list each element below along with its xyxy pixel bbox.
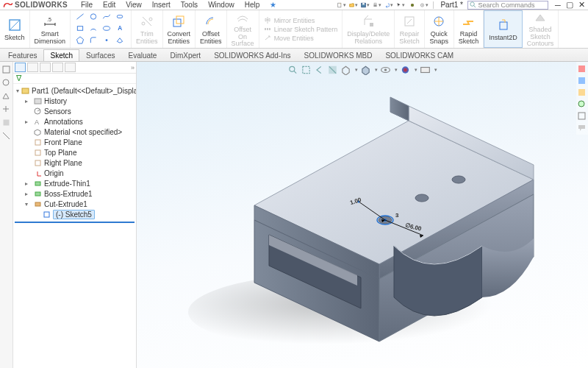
fillet-tool-icon[interactable] <box>88 36 98 45</box>
tab-features[interactable]: Features <box>1 49 43 61</box>
left-tool-1[interactable] <box>1 65 11 74</box>
menu-search-icon[interactable]: ★ <box>265 1 281 9</box>
tree-material[interactable]: Material <not specified> <box>15 127 135 137</box>
apply-scene-icon[interactable] <box>420 65 431 75</box>
taskpane-design-icon[interactable] <box>577 76 587 85</box>
menu-help[interactable]: Help <box>240 1 265 9</box>
panel-tab-feature-tree-icon[interactable] <box>15 63 26 72</box>
ribbon-quick-snaps[interactable]: Quick Snaps <box>425 10 454 48</box>
dim-2[interactable]: 3 <box>395 212 398 219</box>
circle-tool-icon[interactable] <box>88 13 98 21</box>
left-tool-6[interactable] <box>1 131 11 141</box>
window-restore-button[interactable]: ▢ <box>564 1 575 9</box>
left-tool-5[interactable] <box>1 118 11 127</box>
search-commands-input[interactable]: Search Commands <box>467 1 548 10</box>
taskpane-appearances-icon[interactable] <box>577 99 587 109</box>
menu-window[interactable]: Window <box>204 1 239 9</box>
print-button[interactable]: ▾ <box>372 1 382 10</box>
taskpane-properties-icon[interactable] <box>577 88 587 97</box>
rect-tool-icon[interactable] <box>75 24 85 33</box>
ribbon-sketch[interactable]: Sketch <box>0 10 30 48</box>
tree-annotations[interactable]: ▸AAnnotations <box>15 116 135 127</box>
menu-insert[interactable]: Insert <box>148 1 175 9</box>
point-tool-icon[interactable] <box>101 36 112 45</box>
ribbon-smart-dimension[interactable]: .5 Smart Dimension <box>30 10 71 48</box>
ribbon-convert-entities[interactable]: Convert Entities <box>163 10 196 48</box>
slot-tool-icon[interactable] <box>115 13 125 21</box>
open-button[interactable]: ▾ <box>348 1 359 10</box>
arc-tool-icon[interactable] <box>88 24 98 33</box>
tree-boss-extrude[interactable]: ▸Boss-Extrude1 <box>15 188 135 199</box>
left-tool-2[interactable] <box>1 78 11 88</box>
undo-button[interactable]: ▾ <box>384 1 394 10</box>
tab-evaluate[interactable]: Evaluate <box>122 49 164 61</box>
graphics-viewport[interactable]: ▾ ▾ ▾ ▾ ▾ <box>137 62 588 368</box>
tree-cut-extrude[interactable]: ▾Cut-Extrude1 <box>15 199 135 209</box>
menu-view[interactable]: View <box>121 1 146 9</box>
panel-tab-more[interactable]: » <box>131 64 135 71</box>
window-minimize-button[interactable]: ─ <box>553 1 563 9</box>
taskpane-custom-icon[interactable] <box>577 111 587 121</box>
panel-tab-property-icon[interactable] <box>27 63 38 72</box>
save-button[interactable]: ▾ <box>360 1 370 10</box>
tab-mbd[interactable]: SOLIDWORKS MBD <box>298 49 379 61</box>
tree-root[interactable]: ▾Part1 (Default<<Default>_Display Sta… <box>15 85 135 96</box>
ribbon-move-entities[interactable]: Move Entities <box>264 34 338 42</box>
line-tool-icon[interactable] <box>75 13 85 21</box>
ribbon-display-relations[interactable]: Display/Delete Relations <box>343 10 395 48</box>
ellipse-tool-icon[interactable] <box>101 24 112 33</box>
ribbon-repair-sketch[interactable]: Repair Sketch <box>395 10 425 48</box>
section-view-icon[interactable] <box>328 65 338 75</box>
display-style-icon[interactable] <box>361 65 371 75</box>
tree-origin[interactable]: Origin <box>15 168 135 178</box>
tree-top-plane[interactable]: Top Plane <box>15 147 135 158</box>
ribbon-trim-entities[interactable]: Trim Entities <box>132 10 163 48</box>
ribbon-linear-pattern[interactable]: Linear Sketch Pattern <box>264 25 338 33</box>
panel-tab-dim-icon[interactable] <box>52 63 63 72</box>
taskpane-resources-icon[interactable] <box>577 64 587 74</box>
tree-sketch5[interactable]: (-) Sketch5 <box>15 209 135 220</box>
menu-tools[interactable]: Tools <box>176 1 202 9</box>
hide-show-icon[interactable] <box>381 65 391 75</box>
tree-sensors[interactable]: Sensors <box>15 106 135 116</box>
edit-appearance-icon[interactable] <box>401 65 411 75</box>
tree-front-plane[interactable]: Front Plane <box>15 137 135 147</box>
ribbon-instant2d[interactable]: Instant2D <box>484 10 523 48</box>
rebuild-button[interactable] <box>407 1 417 10</box>
ribbon-rapid-sketch[interactable]: Rapid Sketch <box>454 10 484 48</box>
text-tool-icon[interactable]: A <box>115 24 125 33</box>
new-button[interactable]: ▾ <box>337 1 347 10</box>
ribbon-mirror[interactable]: Mirror Entities <box>264 16 338 24</box>
prev-view-icon[interactable] <box>315 65 325 75</box>
rollback-bar[interactable] <box>15 222 135 223</box>
left-tool-3[interactable] <box>1 91 11 101</box>
document-name: Part1 * <box>437 1 466 9</box>
panel-tab-config-icon[interactable] <box>40 63 51 72</box>
zoom-area-icon[interactable] <box>301 65 312 75</box>
tab-cam[interactable]: SOLIDWORKS CAM <box>379 49 460 61</box>
menu-file[interactable]: File <box>76 1 97 9</box>
panel-tab-display-icon[interactable] <box>65 63 76 72</box>
zoom-fit-icon[interactable] <box>288 65 298 75</box>
ribbon-offset-entities[interactable]: Offset Entities <box>196 10 227 48</box>
tree-history[interactable]: ▸History <box>15 96 135 106</box>
tree-extrude-thin[interactable]: ▸Extrude-Thin1 <box>15 178 135 188</box>
select-button[interactable]: ▾ <box>395 1 406 10</box>
tab-addins[interactable]: SOLIDWORKS Add-Ins <box>207 49 297 61</box>
options-button[interactable]: ▾ <box>419 1 429 10</box>
filter-icon[interactable]: ∇ <box>16 74 21 83</box>
spline-tool-icon[interactable] <box>101 13 112 21</box>
tab-surfaces[interactable]: Surfaces <box>79 49 121 61</box>
tab-dimxpert[interactable]: DimXpert <box>163 49 207 61</box>
left-tool-4[interactable] <box>1 105 11 114</box>
view-orientation-icon[interactable] <box>341 65 351 75</box>
window-close-button[interactable]: ✕ <box>576 1 587 9</box>
tab-sketch[interactable]: Sketch <box>43 49 79 61</box>
polygon-tool-icon[interactable] <box>75 36 85 45</box>
menu-edit[interactable]: Edit <box>98 1 120 9</box>
plane-tool-icon[interactable] <box>115 36 125 45</box>
ribbon-shaded-contours[interactable]: Shaded Sketch Contours <box>523 10 559 48</box>
taskpane-forum-icon[interactable] <box>577 123 587 132</box>
tree-right-plane[interactable]: Right Plane <box>15 158 135 168</box>
ribbon-offset-on-surface[interactable]: Offset On Surface <box>227 10 259 48</box>
